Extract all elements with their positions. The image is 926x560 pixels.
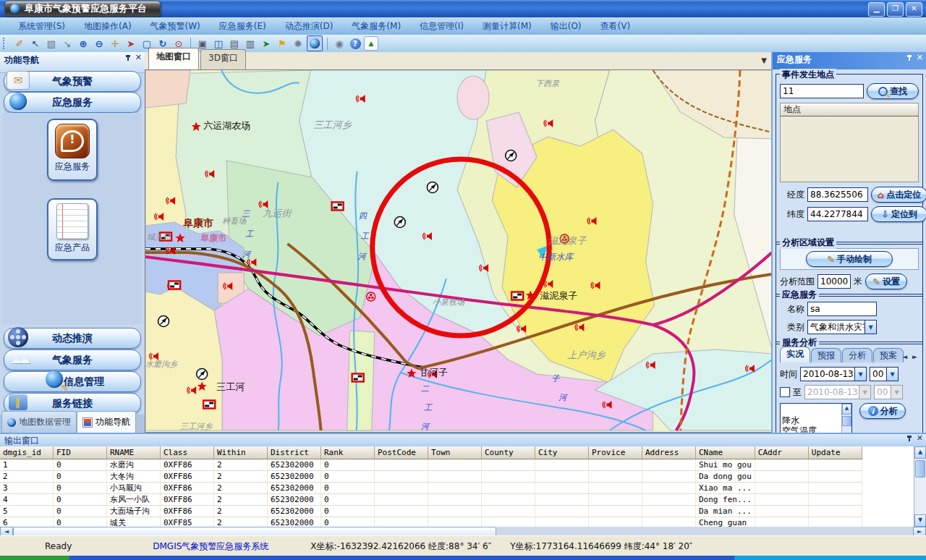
column-header[interactable]: Town [428, 446, 482, 459]
column-header[interactable]: Rank [321, 446, 375, 459]
table-row[interactable]: 60城关0XFF8526523020000Cheng guan [0, 517, 862, 527]
tab-map-window[interactable]: 地图窗口 [148, 48, 199, 69]
longitude-input[interactable] [807, 187, 868, 202]
scroll-down-icon[interactable]: ▼ [914, 514, 926, 527]
find-button[interactable]: 查找 [867, 83, 919, 99]
zoom-out-icon[interactable]: ⊖ [92, 36, 106, 51]
tab-function-nav[interactable]: 功能导航 [77, 411, 136, 433]
nav-group-info-management[interactable]: 信息管理 [4, 371, 141, 392]
analyze-button[interactable]: i 分析 [859, 403, 906, 419]
emergency-product-button[interactable]: 应急产品 [47, 198, 98, 260]
scrollbar-thumb[interactable] [915, 460, 925, 478]
print-preview-icon[interactable]: ▥ [243, 36, 258, 51]
marquee-select-icon[interactable]: ▧ [44, 36, 59, 51]
map-canvas[interactable]: 六运湖农场 三工河乡 下西泉 九运街 阜康市 城关镇 阜康市 种畜场 滋泥泉子 … [145, 69, 773, 433]
emergency-service-button[interactable]: ! 应急服务 [47, 119, 98, 181]
column-header[interactable]: Within [214, 446, 268, 459]
menu-item[interactable]: 查看(V) [591, 18, 640, 35]
column-header[interactable]: PostCode [375, 446, 428, 459]
click-locate-button[interactable]: ⌂ 点击定位 [871, 187, 926, 203]
pointer-icon[interactable]: ➤ [124, 36, 138, 51]
menu-item[interactable]: 测量计算(M) [473, 18, 541, 35]
measure-icon[interactable]: ✐ [12, 36, 27, 51]
menu-item[interactable]: 气象服务(M) [342, 18, 410, 35]
minimize-button[interactable]: ▁ [868, 2, 885, 17]
output-vscrollbar[interactable]: ▲ ▼ [914, 446, 926, 527]
column-header[interactable]: CAddr [755, 446, 808, 459]
tab-live[interactable]: 实况 [780, 347, 810, 362]
menu-item[interactable]: 地图操作(A) [75, 18, 141, 35]
menu-item[interactable]: 信息管理(I) [410, 18, 473, 35]
settings-gear-icon[interactable]: ✺ [291, 36, 305, 51]
table-row[interactable]: 30小马厩沟0XFF8626523020000Xiao ma ... [0, 483, 862, 494]
pan-select-icon[interactable]: ↘ [60, 36, 75, 51]
hour-from-dropdown[interactable]: 00 ▼ [870, 367, 899, 381]
table-row[interactable]: 20大冬沟0XFF8626523020000Da dong gou [0, 471, 862, 483]
service-name-input[interactable] [807, 302, 877, 316]
location-list-header[interactable]: 地点 [780, 103, 919, 116]
tab-map-data-management[interactable]: 地图数据管理 [1, 411, 77, 433]
analysis-range-input[interactable] [817, 274, 851, 289]
pin-icon[interactable] [906, 435, 912, 442]
table-row[interactable]: 50大面场子沟0XFF8626523020000Da mian ... [0, 506, 862, 517]
close-button[interactable]: ✕ [906, 2, 922, 17]
column-header[interactable]: dmgis_id [0, 446, 54, 459]
column-header[interactable]: County [482, 446, 535, 459]
globe-services-icon[interactable] [307, 35, 323, 51]
menu-item[interactable]: 动态推演(D) [276, 18, 343, 35]
scroll-up-icon[interactable]: ▲ [914, 446, 926, 459]
layer-tree-icon[interactable]: ▲ [364, 36, 378, 51]
select-icon[interactable]: ↖ [28, 36, 43, 51]
menu-item[interactable]: 应急服务(E) [210, 18, 276, 35]
table-row[interactable]: 40东风一小队0XFF8626523020000Dong fen... [0, 494, 862, 506]
tab-analysis[interactable]: 分析 [842, 348, 872, 362]
chevron-down-icon[interactable]: ▼ [761, 56, 767, 64]
pan-icon[interactable]: ✛ [108, 36, 122, 51]
menu-item[interactable]: 气象预警(W) [141, 18, 210, 35]
close-icon[interactable]: ✕ [917, 435, 923, 442]
pin-marker-icon[interactable]: ⚑ [275, 36, 289, 51]
location-search-input[interactable] [780, 84, 864, 98]
set-range-button[interactable]: ✎ 设置 [865, 273, 907, 289]
close-icon[interactable]: ✕ [135, 54, 142, 61]
manual-draw-button[interactable]: ✎ 手动绘制 [806, 251, 893, 267]
menu-item[interactable]: 系统管理(S) [9, 18, 75, 35]
tab-plan[interactable]: 预案 [873, 348, 904, 362]
nav-group-weather-warning[interactable]: ✉ 气象预警 [4, 71, 141, 92]
visibility-eye-icon[interactable]: ◉ [332, 36, 347, 51]
close-icon[interactable]: ✕ [917, 54, 923, 61]
column-header[interactable]: District [268, 446, 321, 459]
to-date-checkbox[interactable] [780, 387, 790, 397]
column-header[interactable]: CName [696, 446, 755, 459]
chevron-down-icon[interactable]: ▼ [886, 368, 898, 381]
latitude-input[interactable] [807, 207, 868, 221]
maximize-button[interactable]: ❐ [887, 2, 904, 17]
table-row[interactable]: 10水磨沟0XFF8626523020000Shui mo gou [0, 459, 862, 471]
nav-group-emergency-service[interactable]: 应急服务 [4, 92, 141, 113]
chevron-down-icon[interactable]: ▼ [854, 368, 866, 381]
chevron-down-icon[interactable]: ▼ [865, 321, 876, 334]
column-header[interactable]: RNAME [107, 446, 161, 459]
zoom-in-icon[interactable]: ⊕ [76, 36, 90, 51]
scroll-up-icon[interactable]: ▲ [842, 404, 851, 415]
print-icon[interactable]: ▤ [227, 36, 242, 51]
tab-scroll-arrows[interactable]: ◄ ► [902, 353, 919, 360]
factor-list-scrollbar[interactable]: ▲ [841, 404, 851, 436]
service-type-dropdown[interactable]: 气象和洪水灾害 ▼ [807, 320, 877, 334]
menu-item[interactable]: 输出(O) [541, 18, 591, 35]
nav-group-weather-service[interactable]: ☁☁ 气象服务 [4, 349, 141, 370]
column-header[interactable]: Class [161, 446, 214, 459]
map-image-icon[interactable]: ◫ [211, 36, 226, 51]
column-header[interactable]: Update [808, 446, 862, 459]
tab-3d-window[interactable]: 3D窗口 [200, 49, 246, 69]
column-header[interactable]: FID [54, 446, 107, 459]
help-icon[interactable]: ? [348, 36, 362, 51]
factor-list[interactable]: ▲ 降水空气温度 [780, 403, 852, 436]
identify-icon[interactable]: ➤ [259, 36, 273, 51]
column-header[interactable]: Provice [589, 446, 642, 459]
nav-group-dynamic-deduction[interactable]: 动态推演 [4, 328, 141, 349]
scrollbar-thumb[interactable] [842, 416, 851, 426]
pin-icon[interactable] [125, 54, 131, 61]
goto-location-button[interactable]: ⇩ 定位到 [871, 206, 926, 222]
tab-forecast[interactable]: 预报 [811, 348, 841, 362]
